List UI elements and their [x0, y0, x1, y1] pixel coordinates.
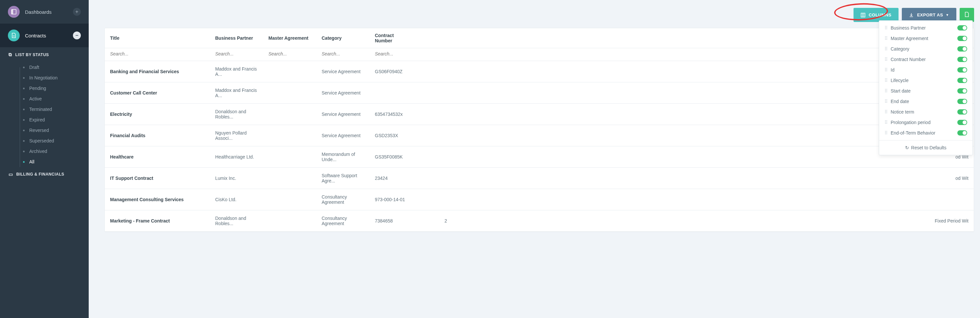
- toggle-switch[interactable]: [957, 78, 967, 83]
- toggle-switch[interactable]: [957, 99, 967, 104]
- dashboard-icon: [8, 6, 20, 18]
- table-row[interactable]: IT Support ContractLumix Inc.Software Su…: [105, 168, 974, 189]
- contracts-table: Title Business Partner Master Agreement …: [105, 28, 974, 232]
- export-button[interactable]: EXPORT AS ▼: [902, 8, 956, 22]
- columns-panel-body[interactable]: ⠿Business Partner ⠿Master Agreement ⠿Cat…: [879, 21, 972, 140]
- sidebar-item-dashboards[interactable]: Dashboards +: [0, 0, 89, 24]
- svg-rect-1: [11, 9, 13, 14]
- status-tree: Draft In Negotiation Pending Active Term…: [0, 62, 89, 167]
- drag-handle-icon[interactable]: ⠿: [885, 46, 887, 52]
- toggle-switch[interactable]: [957, 109, 967, 114]
- column-toggle-row: ⠿Category: [879, 44, 972, 54]
- drag-handle-icon[interactable]: ⠿: [885, 120, 887, 125]
- drag-handle-icon[interactable]: ⠿: [885, 130, 887, 136]
- reset-defaults-button[interactable]: ↻ Reset to Defaults: [879, 140, 972, 155]
- drag-handle-icon[interactable]: ⠿: [885, 25, 887, 30]
- table-header-row: Title Business Partner Master Agreement …: [105, 28, 974, 48]
- column-toggle-row: ⠿End-of-Term Behavior: [879, 128, 972, 138]
- header-category[interactable]: Category: [317, 28, 370, 48]
- column-toggle-row: ⠿Business Partner: [879, 23, 972, 33]
- download-icon: [909, 13, 914, 17]
- list-by-status-header[interactable]: ⧉ LIST BY STATUS: [0, 47, 89, 62]
- toggle-switch[interactable]: [957, 36, 967, 41]
- toggle-switch[interactable]: [957, 120, 967, 125]
- drag-handle-icon[interactable]: ⠿: [885, 88, 887, 93]
- sidebar-item-contracts[interactable]: Contracts −: [0, 24, 89, 47]
- undo-icon: ↻: [905, 145, 909, 150]
- status-active[interactable]: Active: [0, 93, 89, 104]
- status-pending[interactable]: Pending: [0, 83, 89, 93]
- table-row[interactable]: Banking and Financial ServicesMaddox and…: [105, 61, 974, 82]
- search-bp[interactable]: [215, 51, 258, 57]
- column-toggle-row: ⠿Master Agreement: [879, 33, 972, 44]
- search-cn[interactable]: [375, 51, 411, 57]
- search-ma[interactable]: [269, 51, 311, 57]
- billing-financials-header[interactable]: ▭ BILLING & FINANCIALS: [0, 167, 89, 182]
- toggle-switch[interactable]: [957, 88, 967, 93]
- header-contract-number[interactable]: Contract Number: [370, 28, 416, 48]
- column-toggle-row: ⠿Id: [879, 65, 972, 75]
- table-row[interactable]: Customer Call CenterMaddox and Francis A…: [105, 82, 974, 104]
- main-content: COLUMNS EXPORT AS ▼ Title Business Partn…: [89, 0, 980, 318]
- table-row[interactable]: ElectricityDonaldson and Robles...Servic…: [105, 104, 974, 125]
- status-archived[interactable]: Archived: [0, 146, 89, 157]
- table-body: Banking and Financial ServicesMaddox and…: [105, 61, 974, 232]
- toggle-switch[interactable]: [957, 130, 967, 136]
- columns-button[interactable]: COLUMNS: [854, 8, 899, 22]
- columns-icon: [861, 13, 865, 17]
- drag-handle-icon[interactable]: ⠿: [885, 78, 887, 83]
- column-toggle-row: ⠿Notice term: [879, 107, 972, 117]
- card-icon: ▭: [8, 172, 13, 177]
- drag-handle-icon[interactable]: ⠿: [885, 67, 887, 73]
- copy-icon: ⧉: [8, 52, 12, 57]
- column-toggle-row: ⠿Start date: [879, 85, 972, 96]
- dashboards-label: Dashboards: [25, 9, 73, 15]
- search-row: [105, 48, 974, 61]
- caret-down-icon: ▼: [946, 13, 949, 17]
- status-expired[interactable]: Expired: [0, 114, 89, 125]
- status-in-negotiation[interactable]: In Negotiation: [0, 73, 89, 83]
- table-row[interactable]: Financial AuditsNguyen Pollard Associ...…: [105, 125, 974, 146]
- expand-icon[interactable]: +: [73, 8, 81, 16]
- header-title[interactable]: Title: [105, 28, 210, 48]
- column-toggle-row: ⠿Prolongation period: [879, 117, 972, 128]
- sidebar: Dashboards + Contracts − ⧉ LIST BY STATU…: [0, 0, 89, 318]
- column-toggle-row: ⠿Contract Number: [879, 54, 972, 65]
- drag-handle-icon[interactable]: ⠿: [885, 109, 887, 114]
- status-superseded[interactable]: Superseded: [0, 136, 89, 146]
- header-master-agreement[interactable]: Master Agreement: [263, 28, 317, 48]
- table-row[interactable]: HealthcareHealthcarriage Ltd.Memorandum …: [105, 146, 974, 168]
- contracts-icon: [8, 30, 20, 41]
- columns-panel: ⠿Business Partner ⠿Master Agreement ⠿Cat…: [879, 21, 973, 155]
- status-terminated[interactable]: Terminated: [0, 104, 89, 114]
- svg-rect-2: [861, 13, 865, 17]
- drag-handle-icon[interactable]: ⠿: [885, 57, 887, 62]
- action-button[interactable]: [959, 8, 974, 22]
- search-title[interactable]: [110, 51, 205, 57]
- toggle-switch[interactable]: [957, 67, 967, 73]
- contracts-label: Contracts: [25, 33, 73, 38]
- column-toggle-row: ⠿End date: [879, 96, 972, 107]
- toggle-switch[interactable]: [957, 57, 967, 62]
- column-toggle-row: ⠿Lifecycle: [879, 75, 972, 85]
- status-draft[interactable]: Draft: [0, 62, 89, 73]
- toggle-switch[interactable]: [957, 25, 967, 30]
- table-row[interactable]: Marketing - Frame ContractDonaldson and …: [105, 210, 974, 232]
- toggle-switch[interactable]: [957, 46, 967, 52]
- doc-icon: [964, 12, 969, 18]
- search-cat[interactable]: [321, 51, 364, 57]
- collapse-icon[interactable]: −: [73, 32, 81, 40]
- status-all[interactable]: All: [0, 157, 89, 167]
- drag-handle-icon[interactable]: ⠿: [885, 99, 887, 104]
- drag-handle-icon[interactable]: ⠿: [885, 36, 887, 41]
- table-row[interactable]: Management Consulting ServicesCisKo Ltd.…: [105, 189, 974, 210]
- status-reversed[interactable]: Reversed: [0, 125, 89, 136]
- header-business-partner[interactable]: Business Partner: [210, 28, 263, 48]
- toolbar: COLUMNS EXPORT AS ▼: [89, 0, 980, 22]
